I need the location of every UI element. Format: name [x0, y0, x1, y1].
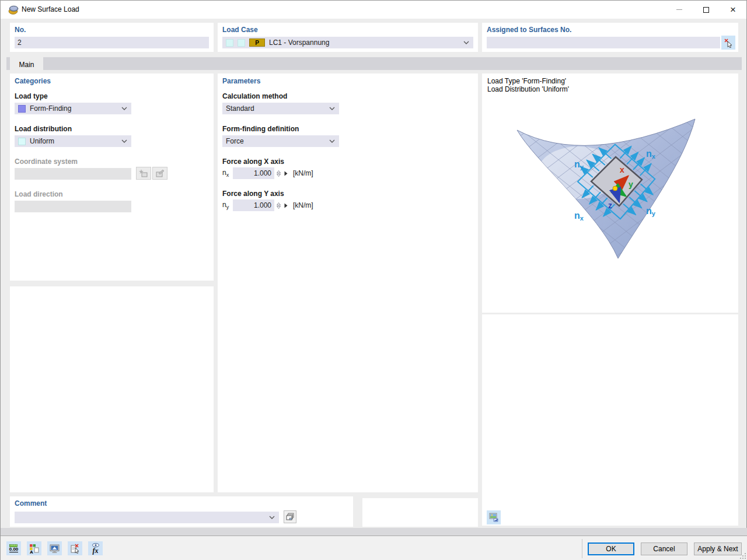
- ok-button[interactable]: OK: [588, 542, 634, 555]
- cancel-button[interactable]: Cancel: [641, 542, 687, 555]
- spin-up-icon: [277, 170, 281, 173]
- comment-copy-button[interactable]: [284, 510, 296, 523]
- comment-combobox[interactable]: [15, 512, 279, 523]
- formula-icon: fx: [92, 543, 99, 554]
- preview-panel: Load Type 'Form-Finding' Load Distributi…: [482, 74, 738, 313]
- chevron-down-icon: [329, 107, 335, 110]
- force-x-unit: [kN/m]: [293, 169, 313, 177]
- load-type-dropdown[interactable]: Form-Finding: [15, 103, 131, 114]
- load-type-swatch: [18, 105, 26, 113]
- force-x-label: Force along X axis: [222, 158, 284, 166]
- force-x-symbol: nx: [222, 169, 233, 178]
- force-y-symbol: ny: [222, 201, 233, 210]
- calculation-method-dropdown[interactable]: Standard: [222, 103, 339, 114]
- no-label: No.: [15, 26, 26, 34]
- load-case-label: Load Case: [222, 26, 258, 34]
- edit-coordinate-system-button[interactable]: [152, 167, 167, 180]
- load-case-value: LC1 - Vorspannung: [269, 38, 329, 47]
- window-title: New Surface Load: [22, 5, 79, 13]
- force-y-spinner[interactable]: [277, 202, 281, 209]
- tab-strip: [6, 57, 742, 70]
- maximize-button[interactable]: [693, 1, 720, 19]
- chevron-down-icon: [329, 139, 335, 143]
- tab-main[interactable]: Main: [10, 57, 43, 72]
- force-y-row: ny 1.000 [kN/m]: [222, 200, 313, 211]
- load-distribution-swatch: [18, 138, 26, 145]
- units-icon: 0.00: [9, 544, 19, 552]
- assigned-surfaces-panel: Assigned to Surfaces No.: [482, 23, 738, 52]
- spin-up-icon: [277, 202, 281, 205]
- chevron-down-icon: [463, 41, 469, 44]
- svg-text:A: A: [30, 549, 33, 554]
- minimize-button[interactable]: [666, 1, 693, 19]
- coordinate-system-label: Coordinate system: [15, 158, 78, 166]
- edit-item-icon: [155, 169, 165, 178]
- footer-bar: 0.00 A: [1, 536, 747, 560]
- monitor-icon: [50, 544, 60, 554]
- axis-x-label: x: [620, 165, 624, 174]
- ny-label-bottom-right: ny: [646, 206, 656, 217]
- pick-cursor-icon: [724, 38, 734, 48]
- units-settings-button[interactable]: 0.00: [6, 541, 21, 555]
- resize-grip[interactable]: [739, 552, 746, 559]
- form-finding-definition-dropdown[interactable]: Force: [222, 135, 339, 147]
- close-button[interactable]: ×: [720, 1, 746, 19]
- chevron-down-icon: [121, 107, 127, 110]
- load-case-color-swatch: [238, 39, 245, 47]
- picture-refresh-icon: [489, 513, 499, 523]
- load-distribution-label: Load distribution: [15, 125, 72, 133]
- axis-y-label: y: [629, 180, 633, 189]
- preview-lower-panel: [482, 314, 738, 526]
- detail-arrow-icon[interactable]: [284, 203, 288, 208]
- assigned-surfaces-input[interactable]: [487, 37, 720, 48]
- preview-line1: Load Type 'Form-Finding': [487, 77, 566, 85]
- pick-surfaces-button[interactable]: [721, 36, 735, 50]
- delete-load-button[interactable]: [68, 541, 82, 555]
- force-x-input[interactable]: 1.000: [233, 167, 274, 179]
- apply-next-button[interactable]: Apply & Next: [694, 542, 742, 555]
- load-case-panel: Load Case P LC1 - Vorspannung: [218, 23, 478, 52]
- axis-z-label: z: [608, 201, 612, 210]
- empty-left-panel: [10, 286, 214, 492]
- force-y-unit: [kN/m]: [293, 201, 313, 209]
- parameters-title: Parameters: [222, 77, 260, 85]
- nx-label-bottom-left: nx: [574, 211, 584, 222]
- force-x-spinner[interactable]: [277, 170, 281, 177]
- comment-panel: Comment: [10, 496, 353, 527]
- new-coordinate-system-button[interactable]: [136, 167, 151, 180]
- maximize-icon: [703, 7, 709, 13]
- force-y-input[interactable]: 1.000: [233, 200, 274, 211]
- no-input[interactable]: 2: [15, 37, 209, 48]
- form-finding-definition-label: Form-finding definition: [222, 125, 299, 133]
- comment-label: Comment: [15, 499, 47, 508]
- load-type-label: Load type: [15, 92, 48, 100]
- load-distribution-dropdown[interactable]: Uniform: [15, 135, 131, 147]
- preview-line2: Load Distribution 'Uniform': [487, 85, 569, 93]
- spin-down-icon: [277, 174, 281, 177]
- no-panel: No. 2: [10, 23, 214, 52]
- chevron-down-icon: [269, 516, 275, 519]
- load-case-type-badge: P: [249, 38, 265, 47]
- load-case-dropdown[interactable]: P LC1 - Vorspannung: [222, 37, 473, 48]
- spin-down-icon: [277, 206, 281, 209]
- show-graphic-button[interactable]: [47, 541, 62, 555]
- display-properties-button[interactable]: A: [27, 541, 41, 555]
- formula-button[interactable]: fx: [88, 541, 103, 555]
- load-direction-label: Load direction: [15, 190, 63, 198]
- calculation-method-label: Calculation method: [222, 92, 287, 100]
- categories-title: Categories: [15, 77, 51, 85]
- footer-divider-band: [1, 528, 747, 536]
- assigned-surfaces-label: Assigned to Surfaces No.: [487, 26, 571, 34]
- empty-middle-panel: [362, 498, 478, 527]
- footer-separator: [582, 539, 582, 558]
- display-properties-icon: A: [29, 544, 39, 554]
- graphic-options-button[interactable]: [487, 510, 501, 524]
- detail-arrow-icon[interactable]: [284, 171, 288, 176]
- parameters-panel: Parameters Calculation method Standard F…: [218, 74, 478, 492]
- new-item-icon: [139, 169, 148, 178]
- origin-dot: [613, 186, 617, 191]
- copy-icon: [286, 513, 294, 521]
- surface-load-icon: [8, 5, 19, 15]
- minimize-icon: [676, 9, 682, 10]
- coordinate-system-input: [15, 168, 131, 180]
